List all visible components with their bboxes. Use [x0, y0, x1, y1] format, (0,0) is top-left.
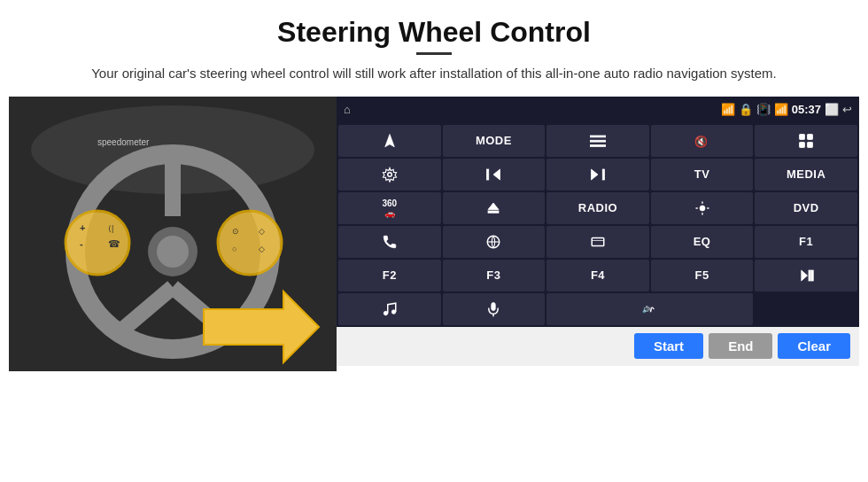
svg-text:🔊/: 🔊/	[642, 306, 652, 314]
svg-rect-21	[590, 136, 606, 137]
control-panel-wrapper: ⌂ 📶 🔒 📳 📶 05:37 ⬜ ↩	[337, 97, 859, 366]
home-icon: ⌂	[344, 103, 351, 116]
steering-wheel-image: speedometer + ⟨| - ☎ ⊙ ◇ ○ ◇	[9, 97, 337, 371]
svg-rect-28	[808, 142, 813, 147]
bottom-bar: Start End Clear	[337, 327, 859, 366]
btn-settings[interactable]	[338, 159, 441, 190]
status-right: 📶 🔒 📳 📶 05:37 ⬜ ↩	[721, 103, 852, 116]
btn-apps[interactable]	[755, 125, 857, 157]
svg-point-8	[157, 236, 189, 268]
bluetooth-icon: 📶	[774, 103, 788, 116]
svg-text:☎: ☎	[108, 238, 120, 249]
btn-f3[interactable]: F3	[443, 260, 546, 292]
btn-f4[interactable]: F4	[546, 260, 649, 292]
btn-media[interactable]: MEDIA	[755, 159, 857, 190]
btn-phone[interactable]	[338, 226, 441, 258]
btn-radio[interactable]: RADIO	[546, 192, 649, 224]
btn-navigate[interactable]	[338, 125, 441, 157]
btn-next[interactable]	[546, 159, 649, 190]
status-time: 05:37	[792, 103, 821, 116]
svg-rect-26	[808, 134, 813, 139]
title-divider	[416, 52, 452, 55]
page-subtitle: Your original car's steering wheel contr…	[0, 64, 868, 97]
svg-rect-27	[800, 142, 805, 147]
svg-rect-22	[590, 140, 606, 142]
svg-marker-32	[591, 169, 598, 180]
btn-screen-ratio[interactable]	[546, 226, 649, 258]
svg-point-29	[388, 172, 392, 176]
svg-rect-43	[592, 237, 604, 245]
svg-rect-50	[492, 302, 496, 310]
sim-icon: 📳	[756, 103, 771, 116]
clear-button[interactable]: Clear	[778, 333, 850, 359]
main-content: speedometer + ⟨| - ☎ ⊙ ◇ ○ ◇	[0, 97, 868, 371]
svg-text:⟨|: ⟨|	[108, 224, 113, 233]
svg-point-49	[391, 309, 396, 314]
btn-eject[interactable]	[443, 192, 546, 224]
btn-vol-call[interactable]: 🔊/	[546, 293, 753, 325]
svg-rect-33	[602, 169, 604, 180]
button-grid: MODE 🔇	[337, 123, 859, 327]
svg-text:speedometer: speedometer	[97, 137, 150, 147]
svg-marker-30	[493, 169, 500, 180]
status-bar: ⌂ 📶 🔒 📳 📶 05:37 ⬜ ↩	[337, 97, 859, 123]
svg-text:◇: ◇	[259, 245, 265, 253]
back-icon: ↩	[842, 103, 852, 116]
svg-point-48	[384, 311, 388, 315]
svg-point-36	[700, 206, 705, 211]
svg-text:-: -	[80, 238, 83, 249]
screen-icon: ⬜	[825, 103, 839, 116]
svg-text:🔇: 🔇	[694, 134, 708, 147]
btn-mic[interactable]	[443, 293, 546, 325]
control-panel: ⌂ 📶 🔒 📳 📶 05:37 ⬜ ↩	[337, 97, 859, 327]
svg-rect-47	[811, 270, 813, 281]
lock-icon: 🔒	[739, 103, 753, 116]
btn-prev[interactable]	[443, 159, 546, 190]
btn-360cam[interactable]: 360🚗	[338, 192, 441, 224]
page-title: Steering Wheel Control	[0, 0, 868, 52]
svg-text:+: +	[80, 222, 85, 233]
svg-rect-35	[488, 211, 499, 213]
btn-mode[interactable]: MODE	[443, 125, 546, 157]
btn-playpause[interactable]	[755, 260, 857, 292]
btn-menu[interactable]	[546, 125, 649, 157]
btn-f2[interactable]: F2	[338, 260, 441, 292]
btn-f1[interactable]: F1	[755, 226, 857, 258]
status-left: ⌂	[344, 103, 351, 116]
end-button[interactable]: End	[709, 333, 772, 359]
btn-browser[interactable]	[443, 226, 546, 258]
wifi-icon: 📶	[721, 103, 735, 116]
svg-rect-31	[487, 169, 489, 180]
svg-rect-46	[809, 270, 810, 281]
svg-marker-34	[488, 203, 499, 210]
btn-tv[interactable]: TV	[651, 159, 754, 190]
svg-marker-45	[802, 270, 808, 281]
svg-text:○: ○	[232, 245, 236, 253]
btn-dvd[interactable]: DVD	[755, 192, 857, 224]
svg-text:⊙: ⊙	[232, 227, 239, 236]
btn-eq[interactable]: EQ	[651, 226, 754, 258]
svg-point-14	[218, 211, 282, 275]
start-button[interactable]: Start	[634, 333, 703, 359]
svg-rect-25	[800, 134, 805, 139]
btn-brightness[interactable]	[651, 192, 754, 224]
svg-text:◇: ◇	[259, 227, 265, 236]
btn-mute[interactable]: 🔇	[651, 125, 754, 157]
btn-f5[interactable]: F5	[651, 260, 754, 292]
svg-marker-20	[385, 134, 395, 146]
svg-rect-23	[590, 144, 606, 146]
btn-music[interactable]	[338, 293, 441, 325]
